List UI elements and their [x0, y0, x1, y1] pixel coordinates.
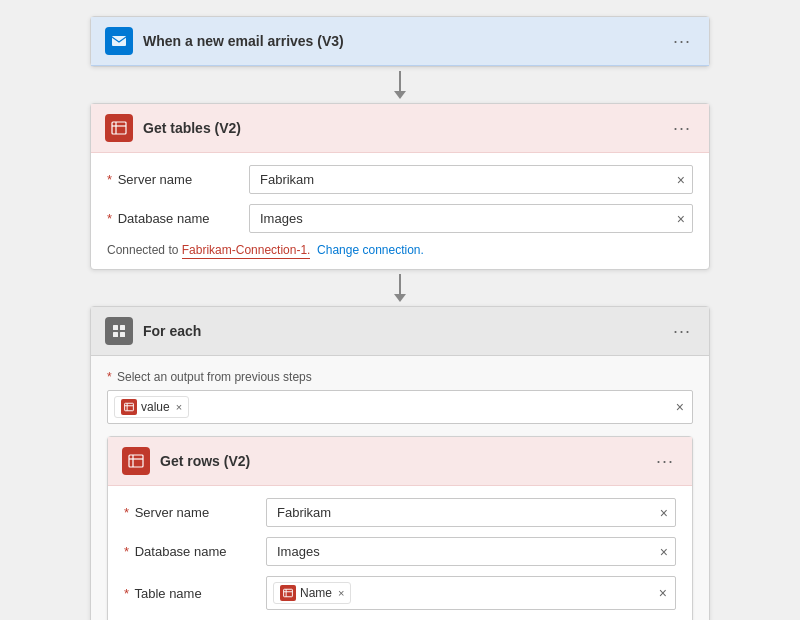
- value-tag-icon: [121, 399, 137, 415]
- svg-rect-8: [125, 403, 134, 411]
- server-name-input-wrap: ×: [249, 165, 693, 194]
- trigger-card: When a new email arrives (V3) ···: [90, 16, 710, 67]
- gr-server-name-input-wrap: ×: [266, 498, 676, 527]
- server-name-input[interactable]: [249, 165, 693, 194]
- server-name-clear[interactable]: ×: [677, 172, 685, 188]
- get-rows-dots-menu[interactable]: ···: [652, 451, 678, 472]
- gr-table-name-row: * Table name: [124, 576, 676, 610]
- database-name-clear[interactable]: ×: [677, 211, 685, 227]
- gr-database-name-clear[interactable]: ×: [660, 544, 668, 560]
- svg-rect-7: [120, 332, 125, 337]
- server-required-star: *: [107, 172, 112, 187]
- gr-database-name-input-wrap: ×: [266, 537, 676, 566]
- foreach-title: For each: [143, 323, 659, 339]
- gr-server-required-star: *: [124, 505, 129, 520]
- get-tables-body: * Server name × * Database name ×: [91, 153, 709, 269]
- table-name-tag-close[interactable]: ×: [338, 587, 344, 599]
- gr-server-name-row: * Server name ×: [124, 498, 676, 527]
- table-name-tag-label: Name: [300, 586, 332, 600]
- trigger-dots-menu[interactable]: ···: [669, 31, 695, 52]
- gr-db-required-star: *: [124, 544, 129, 559]
- foreach-icon: [105, 317, 133, 345]
- gr-server-name-input[interactable]: [266, 498, 676, 527]
- gr-server-name-label: * Server name: [124, 505, 254, 520]
- server-name-label: * Server name: [107, 172, 237, 187]
- database-name-input[interactable]: [249, 204, 693, 233]
- get-rows-title: Get rows (V2): [160, 453, 642, 469]
- arrow-2: [394, 270, 406, 306]
- server-name-row: * Server name ×: [107, 165, 693, 194]
- get-tables-dots-menu[interactable]: ···: [669, 118, 695, 139]
- arrow-1: [394, 67, 406, 103]
- svg-rect-4: [113, 325, 118, 330]
- gr-table-input-clear[interactable]: ×: [659, 585, 667, 601]
- foreach-tag-input[interactable]: value × ×: [107, 390, 693, 424]
- gr-table-name-label: * Table name: [124, 586, 254, 601]
- database-name-input-wrap: ×: [249, 204, 693, 233]
- get-tables-card: Get tables (V2) ··· * Server name × * Da…: [90, 103, 710, 270]
- svg-rect-5: [120, 325, 125, 330]
- get-tables-icon: [105, 114, 133, 142]
- get-rows-header: Get rows (V2) ···: [108, 437, 692, 486]
- get-tables-connection-link[interactable]: Fabrikam-Connection-1.: [182, 243, 311, 259]
- get-rows-card: Get rows (V2) ··· * Server name ×: [107, 436, 693, 620]
- database-name-label: * Database name: [107, 211, 237, 226]
- gr-table-tag-input[interactable]: Name × ×: [266, 576, 676, 610]
- foreach-card: For each ··· * Select an output from pre…: [90, 306, 710, 620]
- select-required-star: *: [107, 370, 112, 384]
- get-tables-change-link[interactable]: Change connection.: [317, 243, 424, 257]
- foreach-dots-menu[interactable]: ···: [669, 321, 695, 342]
- svg-rect-0: [112, 36, 126, 46]
- gr-database-name-row: * Database name ×: [124, 537, 676, 566]
- get-rows-body: * Server name × * Database name: [108, 486, 692, 620]
- svg-rect-1: [112, 122, 126, 134]
- foreach-body: * Select an output from previous steps v…: [91, 356, 709, 620]
- trigger-header: When a new email arrives (V3) ···: [91, 17, 709, 66]
- gr-table-required-star: *: [124, 586, 129, 601]
- value-tag-label: value: [141, 400, 170, 414]
- value-tag-close[interactable]: ×: [176, 401, 182, 413]
- gr-server-name-clear[interactable]: ×: [660, 505, 668, 521]
- foreach-input-clear[interactable]: ×: [676, 399, 684, 415]
- email-trigger-icon: [105, 27, 133, 55]
- get-tables-title: Get tables (V2): [143, 120, 659, 136]
- table-name-tag: Name ×: [273, 582, 351, 604]
- gr-database-name-label: * Database name: [124, 544, 254, 559]
- foreach-header: For each ···: [91, 307, 709, 356]
- svg-rect-11: [129, 455, 143, 467]
- database-name-row: * Database name ×: [107, 204, 693, 233]
- svg-rect-14: [284, 589, 293, 597]
- gr-database-name-input[interactable]: [266, 537, 676, 566]
- trigger-title: When a new email arrives (V3): [143, 33, 659, 49]
- get-rows-icon: [122, 447, 150, 475]
- value-tag: value ×: [114, 396, 189, 418]
- db-required-star: *: [107, 211, 112, 226]
- svg-rect-6: [113, 332, 118, 337]
- table-name-tag-icon: [280, 585, 296, 601]
- get-tables-header: Get tables (V2) ···: [91, 104, 709, 153]
- get-tables-connection-info: Connected to Fabrikam-Connection-1. Chan…: [107, 243, 693, 257]
- select-output-label: * Select an output from previous steps: [107, 370, 693, 384]
